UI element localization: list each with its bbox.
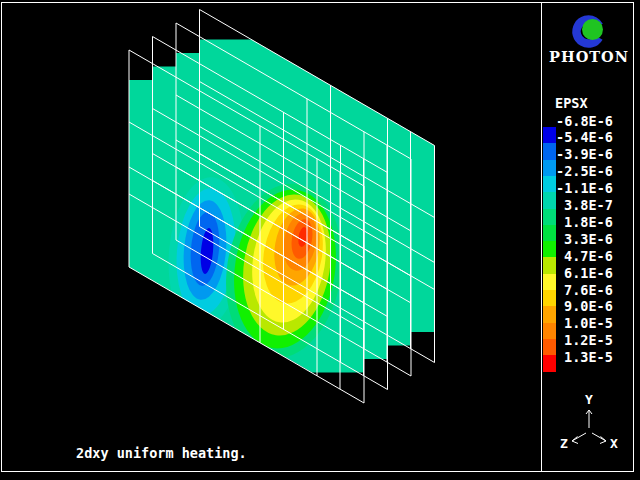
x-axis-label: X: [610, 436, 618, 451]
z-axis-label: Z: [560, 436, 568, 451]
y-axis-label: Y: [585, 392, 593, 407]
y-axis-arrow-icon: [586, 410, 592, 428]
legend-level-label: 3.8E-7: [564, 197, 613, 213]
x-axis-arrow-icon: [592, 433, 606, 444]
app-canvas: PHOTON EPSX -6.8E-6-5.4E-6-3.9E-6-2.5E-6…: [0, 0, 640, 480]
legend-swatch: [543, 209, 556, 225]
legend-swatch: [543, 225, 556, 241]
z-axis-arrow-icon: [572, 433, 586, 444]
logo-wordmark: PHOTON: [549, 48, 629, 65]
photon-app-window: PHOTON EPSX -6.8E-6-5.4E-6-3.9E-6-2.5E-6…: [0, 0, 640, 480]
legend-swatch: [543, 290, 556, 306]
legend-swatch: [543, 355, 556, 371]
legend-level-label: -6.8E-6: [556, 113, 613, 129]
legend-swatch: [543, 323, 556, 339]
legend-swatch: [543, 192, 556, 208]
legend-level-label: 1.0E-5: [564, 315, 613, 331]
legend-level-label: 4.7E-6: [564, 248, 613, 264]
legend-swatch: [543, 176, 556, 192]
legend-level-label: 1.8E-6: [564, 214, 613, 230]
legend-swatch: [543, 306, 556, 322]
legend-swatch: [543, 143, 556, 159]
plot-caption: 2dxy uniform heating.: [76, 445, 247, 461]
axis-triad: Y Z X: [560, 392, 618, 451]
legend-title: EPSX: [555, 95, 588, 111]
plot-viewport[interactable]: [129, 10, 435, 404]
legend-level-label: -2.5E-6: [556, 163, 613, 179]
legend-swatch: [543, 127, 556, 143]
legend-level-label: 9.0E-6: [564, 298, 613, 314]
legend-level-label: -3.9E-6: [556, 146, 613, 162]
legend-colorbar: [543, 127, 556, 372]
photon-logo: PHOTON: [549, 15, 629, 65]
legend-swatch: [543, 274, 556, 290]
logo-ball-icon: [582, 19, 603, 40]
legend-swatch: [543, 257, 556, 273]
legend-level-label: 6.1E-6: [564, 265, 613, 281]
legend-level-label: -5.4E-6: [556, 129, 613, 145]
legend-level-label: 7.6E-6: [564, 282, 613, 298]
legend-level-label: 3.3E-6: [564, 231, 613, 247]
legend-level-label: 1.3E-5: [564, 349, 613, 365]
legend-level-label: 1.2E-5: [564, 332, 613, 348]
legend-level-labels: -6.8E-6-5.4E-6-3.9E-6-2.5E-6-1.1E-63.8E-…: [556, 113, 613, 366]
legend-swatch: [543, 160, 556, 176]
legend-swatch: [543, 241, 556, 257]
legend: EPSX -6.8E-6-5.4E-6-3.9E-6-2.5E-6-1.1E-6…: [543, 95, 613, 372]
legend-swatch: [543, 339, 556, 355]
legend-level-label: -1.1E-6: [556, 180, 613, 196]
